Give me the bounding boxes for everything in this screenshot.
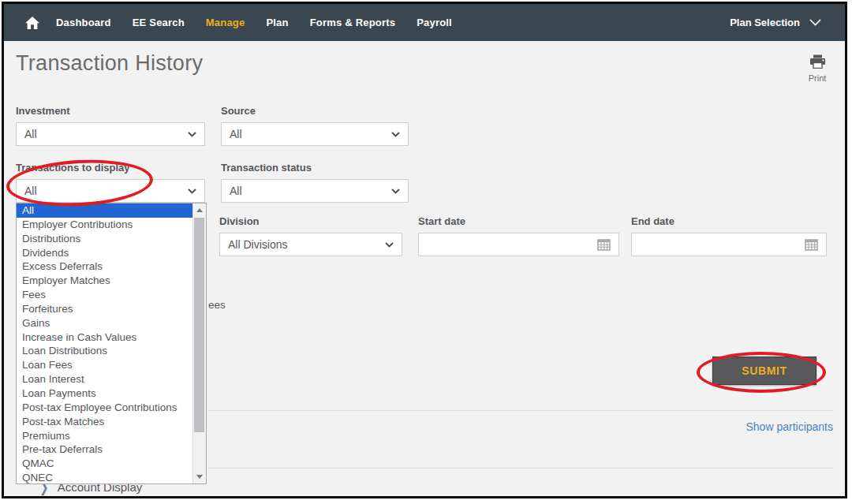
nav-items: DashboardEE SearchManagePlanForms & Repo… <box>56 17 473 28</box>
app-window: DashboardEE SearchManagePlanForms & Repo… <box>2 2 847 498</box>
dropdown-option[interactable]: Forfeitures <box>17 302 192 316</box>
show-participants-link[interactable]: Show participants <box>746 420 833 433</box>
dropdown-option[interactable]: Loan Fees <box>17 358 192 372</box>
dropdown-option[interactable]: Gains <box>17 316 192 330</box>
top-navbar: DashboardEE SearchManagePlanForms & Repo… <box>4 4 845 41</box>
transactions-to-display-field-group: Transactions to display All <box>16 162 205 203</box>
submit-button[interactable]: SUBMIT <box>712 357 816 385</box>
division-field-group: Division All Divisions <box>219 215 402 256</box>
page-title: Transaction History <box>16 51 203 76</box>
dropdown-option[interactable]: Increase in Cash Values <box>17 330 192 345</box>
dropdown-option[interactable]: Fees <box>17 288 192 302</box>
dropdown-option[interactable]: QNEC <box>17 471 192 483</box>
chevron-down-icon <box>391 189 400 194</box>
scroll-down-button[interactable] <box>193 470 206 483</box>
investment-value: All <box>24 128 188 140</box>
dropdown-option[interactable]: Excess Deferrals <box>17 259 192 274</box>
dropdown-option[interactable]: Loan Distributions <box>17 344 192 358</box>
transaction-status-select[interactable]: All <box>221 179 409 203</box>
triangle-down-icon <box>196 475 203 479</box>
dropdown-option[interactable]: All <box>17 203 192 218</box>
transactions-dropdown-panel: AllEmployer ContributionsDistributionsDi… <box>16 203 207 484</box>
dropdown-option[interactable]: Loan Interest <box>17 372 192 386</box>
transaction-status-field-group: Transaction status All <box>221 162 409 203</box>
calendar-icon[interactable] <box>597 239 611 251</box>
nav-item-payroll[interactable]: Payroll <box>417 17 452 28</box>
nav-item-plan[interactable]: Plan <box>266 17 288 28</box>
end-date-field-group: End date <box>631 215 827 256</box>
home-button[interactable] <box>24 16 40 30</box>
start-date-input[interactable] <box>427 238 597 251</box>
division-value: All Divisions <box>228 238 385 251</box>
division-select[interactable]: All Divisions <box>219 233 402 256</box>
nav-item-ee-search[interactable]: EE Search <box>133 17 185 28</box>
dropdown-option[interactable]: Pre-tax Deferrals <box>17 442 192 457</box>
start-date-label: Start date <box>418 215 619 227</box>
dropdown-option[interactable]: Employer Contributions <box>17 218 192 232</box>
source-field-group: Source All <box>221 105 409 146</box>
dropdown-option[interactable]: Distributions <box>17 232 192 246</box>
start-date-field-group: Start date <box>418 215 619 256</box>
print-label: Print <box>799 73 835 83</box>
dropdown-option[interactable]: Dividends <box>17 246 192 260</box>
transaction-status-value: All <box>230 185 391 197</box>
investment-select[interactable]: All <box>16 122 205 146</box>
nav-item-dashboard[interactable]: Dashboard <box>56 17 111 28</box>
home-icon <box>24 16 40 30</box>
end-date-input[interactable] <box>640 238 805 251</box>
dropdown-scrollbar[interactable] <box>192 203 206 483</box>
source-label: Source <box>221 105 409 117</box>
transactions-to-display-value: All <box>24 185 188 197</box>
dropdown-option[interactable]: Loan Payments <box>17 386 192 401</box>
chevron-down-icon <box>188 189 196 194</box>
transactions-to-display-label: Transactions to display <box>16 162 205 174</box>
nav-item-forms-reports[interactable]: Forms & Reports <box>310 17 395 28</box>
transactions-dropdown-list: AllEmployer ContributionsDistributionsDi… <box>17 203 192 483</box>
nav-item-manage[interactable]: Manage <box>206 17 245 28</box>
chevron-down-icon <box>809 19 821 26</box>
end-date-label: End date <box>631 215 827 227</box>
dropdown-option[interactable]: Employer Matches <box>17 274 192 288</box>
source-select[interactable]: All <box>221 122 409 146</box>
dropdown-option[interactable]: QMAC <box>17 457 192 471</box>
triangle-up-icon <box>196 208 203 212</box>
print-button[interactable]: Print <box>799 54 835 83</box>
transactions-to-display-select[interactable]: All <box>16 179 205 203</box>
scroll-up-button[interactable] <box>193 203 206 217</box>
scrollbar-thumb[interactable] <box>194 218 204 432</box>
source-value: All <box>230 128 391 140</box>
dropdown-option[interactable]: Post-tax Matches <box>17 415 192 429</box>
calendar-icon[interactable] <box>805 239 818 251</box>
plan-selection-label: Plan Selection <box>730 17 800 28</box>
investment-field-group: Investment All <box>16 105 205 146</box>
obscured-text-fragment: ees <box>208 299 226 311</box>
chevron-down-icon <box>391 132 400 137</box>
chevron-down-icon <box>188 132 196 137</box>
divider <box>208 410 833 411</box>
dropdown-option[interactable]: Post-tax Employee Contributions <box>17 401 192 415</box>
dropdown-option[interactable]: Premiums <box>17 429 192 443</box>
divider <box>208 468 833 469</box>
chevron-down-icon <box>385 242 394 248</box>
printer-icon <box>809 54 826 69</box>
division-label: Division <box>219 215 402 227</box>
transaction-status-label: Transaction status <box>221 162 409 174</box>
investment-label: Investment <box>16 105 205 117</box>
plan-selection-dropdown[interactable]: Plan Selection <box>730 17 821 28</box>
